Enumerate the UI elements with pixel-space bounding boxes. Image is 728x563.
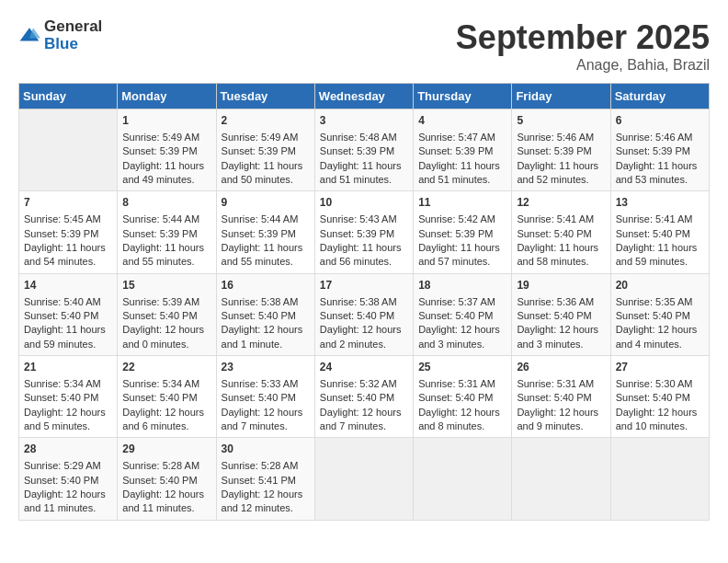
- calendar-cell: 25Sunrise: 5:31 AMSunset: 5:40 PMDayligh…: [414, 356, 512, 438]
- calendar-cell: [314, 438, 413, 520]
- day-number: 18: [418, 278, 506, 293]
- col-header-monday: Monday: [118, 84, 216, 109]
- day-info: Sunrise: 5:36 AM: [517, 295, 605, 309]
- day-info: and 2 minutes.: [320, 338, 408, 351]
- day-info: and 54 minutes.: [24, 255, 112, 269]
- day-number: 16: [222, 278, 310, 293]
- day-info: Daylight: 12 hours: [222, 488, 310, 501]
- calendar-cell: 5Sunrise: 5:46 AMSunset: 5:39 PMDaylight…: [512, 109, 610, 191]
- day-info: Sunset: 5:40 PM: [222, 391, 310, 405]
- day-number: 15: [122, 278, 210, 293]
- calendar-cell: [610, 438, 709, 520]
- day-number: 12: [517, 195, 605, 211]
- calendar-cell: 29Sunrise: 5:28 AMSunset: 5:40 PMDayligh…: [118, 438, 216, 520]
- day-info: Sunset: 5:39 PM: [616, 144, 704, 158]
- day-info: Sunrise: 5:32 AM: [320, 377, 408, 391]
- day-info: and 0 minutes.: [122, 338, 210, 351]
- calendar-cell: 19Sunrise: 5:36 AMSunset: 5:40 PMDayligh…: [512, 273, 610, 355]
- day-info: Sunrise: 5:49 AM: [222, 131, 310, 144]
- day-info: Daylight: 12 hours: [222, 323, 310, 337]
- day-info: and 11 minutes.: [24, 501, 112, 515]
- day-number: 29: [122, 442, 210, 457]
- day-info: Sunrise: 5:47 AM: [418, 131, 506, 144]
- day-info: Sunrise: 5:34 AM: [122, 377, 210, 391]
- day-info: Daylight: 12 hours: [616, 323, 704, 337]
- col-header-saturday: Saturday: [610, 84, 709, 109]
- day-info: Sunset: 5:40 PM: [616, 391, 704, 405]
- day-info: Sunrise: 5:31 AM: [418, 377, 506, 391]
- day-info: Sunset: 5:39 PM: [122, 144, 210, 158]
- day-info: Sunset: 5:40 PM: [517, 309, 605, 323]
- col-header-friday: Friday: [512, 84, 610, 109]
- day-info: and 52 minutes.: [517, 173, 605, 187]
- day-number: 21: [24, 360, 112, 375]
- day-number: 6: [616, 113, 704, 129]
- day-info: and 12 minutes.: [222, 501, 310, 515]
- day-info: and 8 minutes.: [418, 419, 506, 433]
- day-info: and 11 minutes.: [122, 501, 210, 515]
- day-number: 17: [320, 278, 408, 293]
- day-info: Sunset: 5:40 PM: [616, 309, 704, 323]
- day-info: Sunset: 5:40 PM: [320, 309, 408, 323]
- calendar-cell: 6Sunrise: 5:46 AMSunset: 5:39 PMDaylight…: [610, 109, 709, 191]
- day-info: Sunrise: 5:29 AM: [24, 459, 112, 473]
- day-info: and 6 minutes.: [122, 419, 210, 433]
- day-info: Daylight: 11 hours: [222, 241, 310, 255]
- day-info: Daylight: 12 hours: [122, 323, 210, 337]
- day-number: 11: [418, 195, 506, 211]
- day-number: 5: [517, 113, 605, 129]
- day-info: Sunrise: 5:45 AM: [24, 213, 112, 226]
- day-info: and 57 minutes.: [418, 255, 506, 269]
- day-info: Sunset: 5:39 PM: [24, 227, 112, 241]
- logo-text-line1: General: [44, 18, 102, 36]
- day-number: 13: [616, 195, 704, 211]
- day-info: Sunrise: 5:34 AM: [24, 377, 112, 391]
- day-number: 9: [222, 195, 310, 211]
- day-info: Sunset: 5:40 PM: [24, 474, 112, 488]
- day-info: Sunrise: 5:41 AM: [517, 213, 605, 226]
- week-row-5: 28Sunrise: 5:29 AMSunset: 5:40 PMDayligh…: [19, 438, 710, 520]
- day-info: Sunrise: 5:33 AM: [222, 377, 310, 391]
- day-info: Sunrise: 5:37 AM: [418, 295, 506, 309]
- calendar-cell: 28Sunrise: 5:29 AMSunset: 5:40 PMDayligh…: [19, 438, 118, 520]
- day-number: 28: [24, 442, 112, 457]
- day-info: and 4 minutes.: [616, 338, 704, 351]
- day-info: and 59 minutes.: [616, 255, 704, 269]
- day-number: 20: [616, 278, 704, 293]
- day-info: Daylight: 11 hours: [418, 159, 506, 173]
- day-info: Sunset: 5:40 PM: [24, 391, 112, 405]
- day-info: and 56 minutes.: [320, 255, 408, 269]
- day-info: Daylight: 11 hours: [320, 241, 408, 255]
- day-info: Sunset: 5:40 PM: [24, 309, 112, 323]
- day-info: and 55 minutes.: [222, 255, 310, 269]
- day-info: and 10 minutes.: [616, 419, 704, 433]
- day-info: Sunrise: 5:38 AM: [222, 295, 310, 309]
- day-info: and 5 minutes.: [24, 419, 112, 433]
- day-info: and 59 minutes.: [24, 338, 112, 351]
- calendar-cell: [19, 109, 118, 191]
- day-number: 3: [320, 113, 408, 129]
- month-title: September 2025: [456, 18, 710, 57]
- calendar-cell: 26Sunrise: 5:31 AMSunset: 5:40 PMDayligh…: [512, 356, 610, 438]
- day-info: Sunset: 5:40 PM: [122, 474, 210, 488]
- day-info: and 50 minutes.: [222, 173, 310, 187]
- day-info: Daylight: 11 hours: [517, 241, 605, 255]
- day-info: Daylight: 12 hours: [616, 406, 704, 419]
- day-info: Daylight: 11 hours: [320, 159, 408, 173]
- day-info: Daylight: 12 hours: [24, 488, 112, 501]
- day-number: 7: [24, 195, 112, 211]
- day-info: Sunset: 5:40 PM: [222, 309, 310, 323]
- day-info: Daylight: 12 hours: [418, 406, 506, 419]
- calendar-cell: [512, 438, 610, 520]
- day-info: and 3 minutes.: [418, 338, 506, 351]
- calendar-cell: 10Sunrise: 5:43 AMSunset: 5:39 PMDayligh…: [314, 191, 413, 273]
- calendar-cell: 2Sunrise: 5:49 AMSunset: 5:39 PMDaylight…: [216, 109, 314, 191]
- day-info: Daylight: 11 hours: [222, 159, 310, 173]
- calendar-cell: 23Sunrise: 5:33 AMSunset: 5:40 PMDayligh…: [216, 356, 314, 438]
- week-row-4: 21Sunrise: 5:34 AMSunset: 5:40 PMDayligh…: [19, 356, 710, 438]
- day-number: 2: [222, 113, 310, 129]
- day-number: 26: [517, 360, 605, 375]
- day-info: and 53 minutes.: [616, 173, 704, 187]
- day-info: Sunrise: 5:41 AM: [616, 213, 704, 226]
- day-info: Sunset: 5:39 PM: [222, 227, 310, 241]
